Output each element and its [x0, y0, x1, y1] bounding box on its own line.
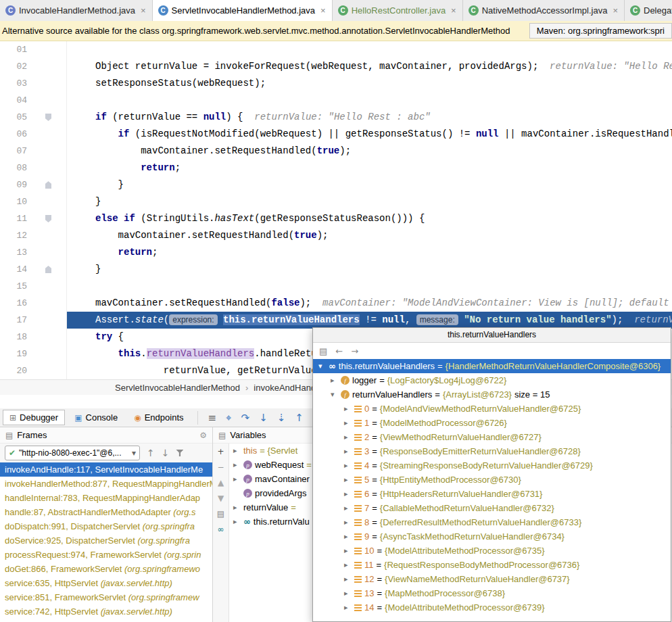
editor-gutter[interactable]: 17 — [0, 312, 67, 329]
tool-tab-console[interactable]: ▣Console — [68, 410, 124, 425]
editor-tab[interactable]: CInvocableHandlerMethod.java× — [0, 0, 153, 21]
popup-variable-row[interactable]: ▸8 = {DeferredResultMethodReturnValueHan… — [313, 515, 671, 529]
editor-gutter[interactable]: 18 — [0, 329, 67, 345]
expand-chevron-icon[interactable]: ▸ — [233, 517, 241, 526]
popup-variable-row[interactable]: ▸5 = {HttpEntityMethodProcessor@6730} — [313, 473, 671, 487]
editor-gutter[interactable]: 02 — [0, 58, 67, 75]
expand-chevron-icon[interactable]: ▸ — [344, 489, 352, 498]
expand-chevron-icon[interactable]: ▸ — [344, 447, 352, 456]
stack-frame[interactable]: service:742, HttpServlet (javax.servlet.… — [0, 604, 212, 619]
popup-variable-row[interactable]: ▸2 = {ViewMethodReturnValueHandler@6727} — [313, 430, 671, 444]
expand-chevron-icon[interactable]: ▸ — [344, 461, 352, 470]
expand-chevron-icon[interactable]: ▸ — [233, 503, 241, 512]
editor-gutter[interactable]: 14 — [0, 261, 67, 278]
stack-frame[interactable]: handleInternal:783, RequestMappingHandle… — [0, 491, 212, 505]
tab-close-icon[interactable]: × — [451, 5, 456, 16]
editor-gutter[interactable]: 11 — [0, 210, 67, 227]
popup-variable-row[interactable]: ▸7 = {CallableMethodReturnValueHandler@6… — [313, 501, 671, 515]
copy-value-icon[interactable]: ▤ — [319, 346, 327, 356]
editor-gutter[interactable]: 01 — [0, 41, 67, 58]
expand-chevron-icon[interactable]: ▸ — [331, 376, 338, 385]
popup-variable-row[interactable]: ▸0 = {ModelAndViewMethodReturnValueHandl… — [313, 402, 671, 416]
previous-frame-icon[interactable]: ↑ — [147, 448, 155, 458]
expand-chevron-icon[interactable]: ▸ — [344, 433, 352, 441]
filter-icon[interactable] — [176, 450, 183, 456]
popup-variable-row[interactable]: ▸4 = {StreamingResponseBodyReturnValueHa… — [313, 458, 671, 473]
editor-gutter[interactable]: 04 — [0, 92, 67, 109]
code-text[interactable] — [67, 278, 672, 295]
editor-gutter[interactable]: 13 — [0, 244, 67, 261]
editor-tab[interactable]: CDelegatingMe× — [625, 0, 672, 21]
tab-close-icon[interactable]: × — [320, 5, 326, 16]
popup-variable-row[interactable]: ▸12 = {ViewNameMethodReturnValueHandler@… — [313, 572, 671, 586]
expand-chevron-icon[interactable]: ▸ — [233, 475, 241, 483]
code-text[interactable] — [67, 92, 672, 109]
code-text[interactable]: mavContainer.setRequestHandled(true); — [67, 143, 672, 160]
editor-tab[interactable]: CServletInvocableHandlerMethod.java× — [153, 0, 333, 21]
expand-chevron-icon[interactable]: ▸ — [344, 475, 352, 484]
fold-end-icon[interactable] — [45, 266, 51, 273]
expand-chevron-icon[interactable]: ▸ — [233, 460, 241, 469]
remove-watch-icon[interactable]: − — [217, 462, 224, 472]
step-out-icon[interactable]: ↑ — [295, 412, 304, 424]
stack-frame[interactable]: invokeHandlerMethod:877, RequestMappingH… — [0, 477, 212, 491]
editor-tab[interactable]: CHelloRestController.java× — [333, 0, 463, 21]
show-execution-point-icon[interactable]: ⌖ — [226, 412, 231, 424]
code-text[interactable]: } — [67, 176, 672, 193]
breadcrumb-class[interactable]: ServletInvocableHandlerMethod — [115, 383, 240, 393]
code-text[interactable]: Object returnValue = invokeForRequest(we… — [67, 58, 672, 75]
stack-frame[interactable]: doDispatch:991, DispatcherServlet (org.s… — [0, 519, 212, 533]
banner-action-button[interactable]: Maven: org.springframework:spri — [529, 23, 672, 39]
editor-gutter[interactable]: 03 — [0, 75, 67, 92]
expand-chevron-icon[interactable]: ▾ — [318, 362, 326, 370]
stack-frame[interactable]: service:851, FrameworkServlet (org.sprin… — [0, 590, 212, 604]
thread-selector[interactable]: ✔ "http-nio-8080-exec-1"@6,... ▾ — [5, 446, 140, 460]
editor-gutter[interactable]: 09 — [0, 176, 67, 193]
code-text[interactable]: } — [67, 261, 672, 278]
editor-gutter[interactable]: 16 — [0, 295, 67, 312]
expand-chevron-icon[interactable]: ▾ — [331, 390, 338, 399]
editor-gutter[interactable]: 07 — [0, 143, 67, 160]
code-text[interactable]: mavContainer.setRequestHandled(true); — [67, 227, 672, 244]
stack-frame[interactable]: processRequest:974, FrameworkServlet (or… — [0, 548, 212, 562]
evaluate-expression-icon[interactable]: ∞ — [218, 525, 224, 534]
tool-tab-debugger[interactable]: ⊞Debugger — [3, 410, 65, 425]
tab-close-icon[interactable]: × — [141, 5, 146, 16]
fold-end-icon[interactable] — [45, 181, 51, 189]
code-text[interactable]: return; — [67, 244, 672, 261]
editor-gutter[interactable]: 08 — [0, 160, 67, 176]
popup-title[interactable]: this.returnValueHandlers — [313, 328, 671, 343]
popup-variable-row[interactable]: ▾freturnValueHandlers = {ArrayList@6723}… — [313, 387, 671, 402]
back-icon[interactable]: ← — [335, 346, 343, 356]
popup-variable-row[interactable]: ▸13 = {MapMethodProcessor@6738} — [313, 586, 671, 600]
editor-gutter[interactable]: 12 — [0, 227, 67, 244]
popup-variable-row[interactable]: ▸11 = {RequestResponseBodyMethodProcesso… — [313, 558, 671, 572]
next-frame-icon[interactable]: ↓ — [162, 448, 170, 458]
editor-gutter[interactable]: 15 — [0, 278, 67, 295]
stack-frame[interactable]: service:635, HttpServlet (javax.servlet.… — [0, 576, 212, 590]
tab-close-icon[interactable]: × — [613, 5, 618, 16]
step-into-icon[interactable]: ↓ — [259, 412, 268, 424]
new-watch-icon[interactable]: + — [217, 447, 224, 456]
code-text[interactable]: return; — [67, 160, 672, 176]
popup-variable-row[interactable]: ▸14 = {ModelAttributeMethodProcessor@673… — [313, 600, 671, 615]
editor-gutter[interactable]: 10 — [0, 193, 67, 210]
expand-chevron-icon[interactable]: ▸ — [344, 518, 352, 527]
expand-chevron-icon[interactable]: ▸ — [344, 546, 352, 555]
code-text[interactable]: setResponseStatus(webRequest); — [67, 75, 672, 92]
editor-gutter[interactable]: 20 — [0, 362, 67, 379]
expand-chevron-icon[interactable]: ▸ — [344, 418, 352, 427]
move-watch-down-icon[interactable]: ▼ — [218, 494, 224, 503]
expand-chevron-icon[interactable]: ▸ — [344, 603, 352, 612]
code-text[interactable]: mavContainer.setRequestHandled(false); m… — [67, 295, 672, 312]
code-text[interactable] — [67, 41, 672, 58]
expand-chevron-icon[interactable]: ▸ — [344, 404, 352, 413]
force-step-into-icon[interactable]: ⇣ — [277, 412, 286, 424]
tool-tab-endpoints[interactable]: ◉Endpoints — [127, 410, 190, 425]
forward-icon[interactable]: → — [351, 346, 358, 356]
stack-frame[interactable]: doService:925, DispatcherServlet (org.sp… — [0, 533, 212, 548]
editor-gutter[interactable]: 05 — [0, 109, 67, 126]
popup-variable-row[interactable]: ▸10 = {ModelAttributeMethodProcessor@673… — [313, 544, 671, 558]
expand-chevron-icon[interactable]: ▸ — [344, 532, 352, 541]
code-text[interactable]: } — [67, 193, 672, 210]
